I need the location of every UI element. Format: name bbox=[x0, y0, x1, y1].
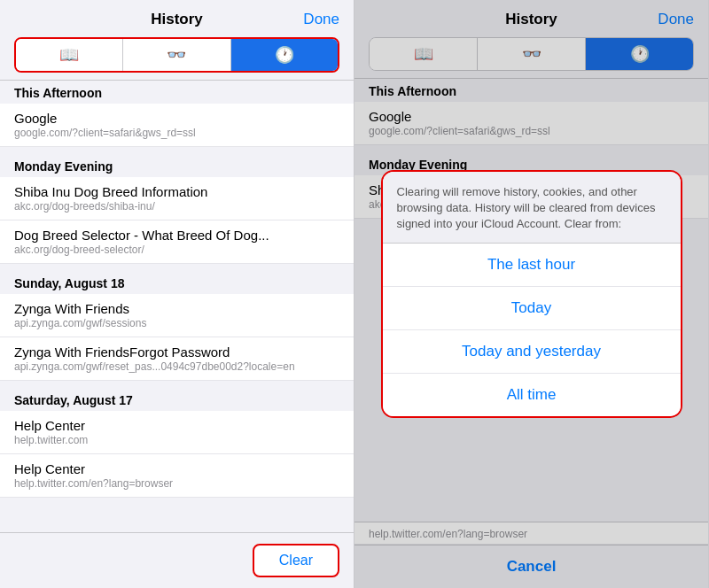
item-url: google.com/?client=safari&gws_rd=ssl bbox=[14, 127, 339, 139]
item-title: Zynga With FriendsForgot Password bbox=[14, 344, 339, 360]
modal-message: Clearing will remove history, cookies, a… bbox=[383, 172, 681, 244]
item-url: help.twitter.com/en?lang=browser bbox=[14, 477, 339, 490]
left-panel: History Done 📖 👓 🕐 This Afternoon Google… bbox=[0, 0, 354, 588]
list-item[interactable]: Zynga With FriendsForgot Password api.zy… bbox=[0, 337, 354, 381]
right-panel: History Done 📖 👓 🕐 This Afternoon Google… bbox=[354, 0, 709, 588]
left-header: History Done 📖 👓 🕐 bbox=[0, 0, 354, 81]
left-header-title: History bbox=[151, 11, 203, 28]
left-tab-bar: 📖 👓 🕐 bbox=[14, 37, 339, 73]
item-url: akc.org/dog-breeds/shiba-inu/ bbox=[14, 200, 339, 213]
item-title: Zynga With Friends bbox=[14, 301, 339, 316]
section-this-afternoon: This Afternoon bbox=[0, 81, 354, 104]
section-saturday: Saturday, August 17 bbox=[0, 388, 354, 411]
section-sunday: Sunday, August 18 bbox=[0, 271, 354, 294]
left-tab-bookmarks[interactable]: 📖 bbox=[16, 39, 123, 71]
item-title: Dog Breed Selector - What Breed Of Dog..… bbox=[14, 228, 339, 243]
section-monday-evening: Monday Evening bbox=[0, 154, 354, 177]
option-all-time[interactable]: All time bbox=[383, 374, 681, 416]
item-url: help.twitter.com bbox=[14, 434, 339, 446]
item-url: api.zynga.com/gwf/sessions bbox=[14, 317, 339, 329]
item-title: Help Center bbox=[14, 461, 339, 476]
left-tab-reading[interactable]: 👓 bbox=[123, 39, 230, 71]
item-title: Google bbox=[14, 111, 339, 126]
item-url: api.zynga.com/gwf/reset_pas...0494c97dbe… bbox=[14, 360, 339, 373]
list-item[interactable]: Shiba Inu Dog Breed Information akc.org/… bbox=[0, 177, 354, 220]
item-url: akc.org/dog-breed-selector/ bbox=[14, 244, 339, 256]
item-title: Shiba Inu Dog Breed Information bbox=[14, 184, 339, 199]
reading-icon: 👓 bbox=[167, 45, 186, 65]
modal-options: The last hour Today Today and yesterday … bbox=[383, 244, 681, 416]
bookmarks-icon: 📖 bbox=[59, 45, 79, 65]
left-tab-history[interactable]: 🕐 bbox=[231, 39, 338, 71]
list-item[interactable]: Help Center help.twitter.com bbox=[0, 411, 354, 454]
modal-overlay: Clearing will remove history, cookies, a… bbox=[354, 0, 708, 588]
list-item[interactable]: Help Center help.twitter.com/en?lang=bro… bbox=[0, 454, 354, 498]
clear-button-container: Clear bbox=[0, 532, 354, 588]
list-item[interactable]: Dog Breed Selector - What Breed Of Dog..… bbox=[0, 220, 354, 264]
history-icon: 🕐 bbox=[275, 45, 294, 65]
left-content: This Afternoon Google google.com/?client… bbox=[0, 81, 354, 532]
clear-modal: Clearing will remove history, cookies, a… bbox=[381, 170, 682, 419]
option-today[interactable]: Today bbox=[383, 287, 681, 330]
option-today-yesterday[interactable]: Today and yesterday bbox=[383, 330, 681, 374]
item-title: Help Center bbox=[14, 418, 339, 433]
list-item[interactable]: Google google.com/?client=safari&gws_rd=… bbox=[0, 104, 354, 147]
left-done-button[interactable]: Done bbox=[303, 11, 339, 28]
option-last-hour[interactable]: The last hour bbox=[383, 244, 681, 287]
list-item[interactable]: Zynga With Friends api.zynga.com/gwf/ses… bbox=[0, 294, 354, 337]
clear-button[interactable]: Clear bbox=[253, 544, 339, 577]
